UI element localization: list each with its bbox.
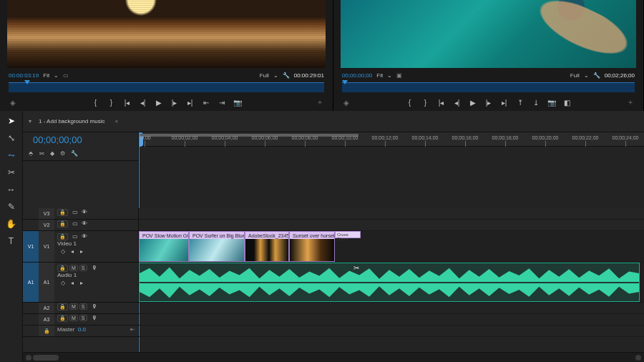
program-zoom-select[interactable]: Fit	[376, 72, 383, 79]
lane-a1[interactable]	[139, 263, 644, 303]
track-header-master[interactable]: 🔒 Master 0.0⇤	[23, 326, 138, 337]
lock-icon[interactable]: 🔒	[57, 220, 68, 228]
wrench-icon[interactable]: 🔧	[71, 150, 78, 157]
target-v2[interactable]: V2	[39, 220, 54, 230]
ripple-edit-tool[interactable]: ⥊	[6, 150, 17, 161]
track-header-v1[interactable]: V1 V1 🔒▭👁 Video 1 ◇◂▸	[23, 231, 138, 263]
prev-keyframe[interactable]: ◂	[69, 280, 76, 286]
lift-button[interactable]: ⤒	[516, 98, 525, 107]
lock-icon[interactable]: 🔒	[57, 265, 68, 272]
source-patch-a2[interactable]	[23, 303, 39, 313]
source-timecode[interactable]: 00:00:03:19	[9, 72, 39, 79]
overwrite-button[interactable]: ⇥	[218, 98, 226, 107]
track-header-a1[interactable]: A1 A1 🔒MS🎙 Audio 1 ◇◂▸	[23, 263, 138, 303]
export-frame-button[interactable]: 📷	[547, 98, 556, 107]
keyframe-toggle[interactable]: ◇	[59, 280, 67, 286]
voice-over-icon[interactable]: 🎙	[91, 303, 98, 310]
hand-tool[interactable]: ✋	[6, 218, 17, 230]
program-res-icon[interactable]: ▣	[396, 72, 402, 79]
target-a1[interactable]: A1	[39, 263, 54, 302]
track-header-a2[interactable]: A2 🔒MS🎙	[23, 303, 138, 314]
linked-selection-toggle[interactable]: ⫘	[39, 150, 44, 157]
chevron-down-icon[interactable]: ⌄	[273, 72, 278, 79]
panel-menu-icon[interactable]: ▾	[29, 118, 31, 124]
go-to-out-button[interactable]: ▸|	[186, 98, 195, 107]
source-quality-select[interactable]: Full	[260, 72, 269, 79]
lane-a3[interactable]	[139, 314, 644, 326]
toggle-output-icon[interactable]: ▭	[72, 209, 79, 215]
selection-tool[interactable]: ➤	[6, 115, 17, 127]
video-clip[interactable]: POV Slow Motion GOPR	[139, 231, 189, 262]
export-frame-button[interactable]: 📷	[233, 98, 242, 107]
add-marker-button[interactable]: ◈	[9, 98, 17, 107]
lane-master[interactable]	[139, 326, 644, 337]
keyframe-toggle[interactable]: ◇	[59, 248, 67, 255]
source-res-icon[interactable]: ▭	[63, 72, 69, 79]
step-back-button[interactable]: ◂|	[139, 98, 147, 107]
solo-button[interactable]: S	[79, 303, 87, 310]
lock-icon[interactable]: 🔒	[57, 303, 68, 310]
source-patch-v1[interactable]: V1	[23, 231, 39, 262]
go-to-in-button[interactable]: |◂	[437, 98, 446, 107]
track-header-v3[interactable]: V3 🔒▭👁	[23, 208, 138, 220]
mark-out-button[interactable]: }	[107, 98, 116, 107]
lane-v2[interactable]	[139, 220, 644, 231]
play-button[interactable]: ▶	[469, 98, 477, 107]
video-clip[interactable]: POV Surfer on Big Blue O	[189, 231, 245, 262]
source-patch-a3[interactable]	[23, 314, 39, 325]
wrench-icon[interactable]: 🔧	[593, 72, 600, 79]
next-keyframe[interactable]: ▸	[78, 248, 85, 255]
extract-button[interactable]: ⤓	[532, 98, 540, 107]
chevron-down-icon[interactable]: ⌄	[387, 72, 392, 79]
lock-icon[interactable]: 🔒	[57, 233, 68, 240]
lane-v1[interactable]: POV Slow Motion GOPRPOV Surfer on Big Bl…	[139, 231, 644, 263]
target-v3[interactable]: V3	[39, 208, 54, 219]
add-marker-button[interactable]: ◈	[342, 98, 351, 107]
track-select-tool[interactable]: ⤡	[6, 132, 17, 144]
add-marker-toggle[interactable]: ◆	[50, 150, 54, 157]
video-clip[interactable]: AdobeStock_234581	[245, 231, 289, 262]
video-clip[interactable]: Sunset over horseback riders	[289, 231, 335, 262]
mute-button[interactable]: M	[69, 303, 78, 310]
play-button[interactable]: ▶	[155, 98, 163, 107]
timeline-zoom-scrollbar[interactable]	[23, 352, 644, 362]
lock-icon[interactable]: 🔒	[57, 209, 68, 216]
toggle-output-icon[interactable]: ▭	[72, 233, 79, 240]
source-playhead-indicator[interactable]	[24, 80, 30, 84]
lock-icon[interactable]: 🔒	[39, 326, 54, 336]
mark-in-button[interactable]: {	[92, 98, 100, 107]
button-editor-plus[interactable]: ＋	[316, 98, 324, 107]
razor-tool[interactable]: ✂	[6, 167, 17, 178]
source-scrub-bar[interactable]	[9, 82, 324, 92]
program-quality-select[interactable]: Full	[570, 72, 580, 79]
solo-button[interactable]: S	[79, 265, 87, 271]
target-a2[interactable]: A2	[39, 303, 54, 313]
solo-button[interactable]: S	[79, 315, 87, 321]
program-timecode[interactable]: 00;00;00;00	[342, 72, 372, 79]
prev-keyframe[interactable]: ◂	[69, 248, 76, 255]
wrench-icon[interactable]: 🔧	[283, 72, 290, 79]
zoom-out-handle[interactable]	[26, 355, 31, 361]
pen-tool[interactable]: ✎	[6, 201, 17, 212]
mute-button[interactable]: M	[69, 265, 78, 271]
program-scrub-bar[interactable]	[342, 82, 635, 92]
target-a3[interactable]: A3	[39, 314, 54, 325]
toggle-output-icon[interactable]: ▭	[72, 220, 79, 227]
comparison-view-button[interactable]: ◧	[563, 98, 572, 107]
button-editor-plus[interactable]: ＋	[626, 98, 635, 107]
lane-a2[interactable]	[139, 303, 644, 314]
transition-clip[interactable]: Cross Disso	[335, 231, 361, 238]
step-forward-button[interactable]: |▸	[484, 98, 493, 107]
expand-icon[interactable]: ⇤	[130, 326, 135, 333]
source-zoom-select[interactable]: Fit	[43, 72, 49, 79]
source-patch-v3[interactable]	[23, 208, 39, 219]
target-v1[interactable]: V1	[39, 231, 54, 262]
voice-over-icon[interactable]: 🎙	[91, 315, 98, 321]
snap-toggle[interactable]: ⬘	[29, 150, 33, 157]
scrollbar-thumb[interactable]	[33, 355, 59, 361]
timeline-settings-button[interactable]: ⚙	[60, 150, 65, 157]
source-patch-a1[interactable]: A1	[23, 263, 39, 302]
track-header-a3[interactable]: A3 🔒MS🎙	[23, 314, 138, 326]
step-forward-button[interactable]: |▸	[170, 98, 179, 107]
mark-in-button[interactable]: {	[406, 98, 414, 107]
